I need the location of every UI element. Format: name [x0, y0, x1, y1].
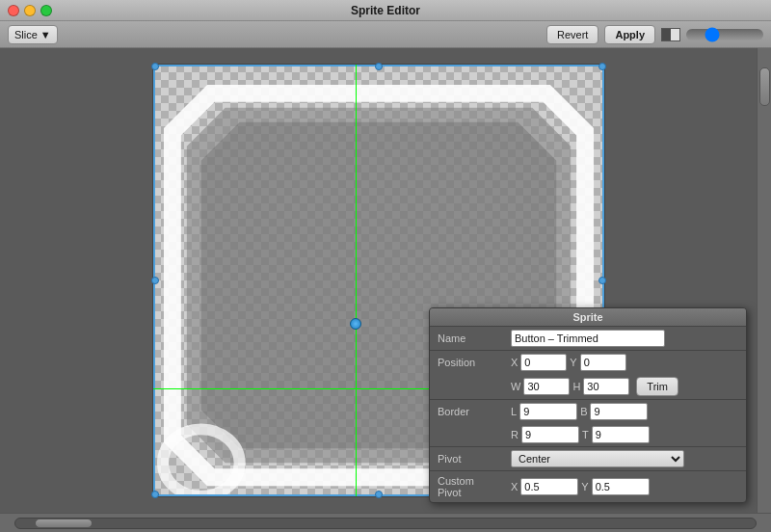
title-bar: Sprite Editor [0, 0, 771, 21]
y-label: Y [570, 357, 576, 368]
scrollbar-track-horizontal[interactable] [14, 518, 757, 529]
close-button[interactable] [8, 5, 19, 16]
window-title: Sprite Editor [351, 4, 420, 17]
x-input[interactable] [520, 354, 567, 371]
sprite-panel-header: Sprite [430, 308, 746, 327]
border-label: Border [430, 400, 507, 423]
zoom-slider[interactable] [686, 29, 763, 40]
scrollbar-vertical[interactable] [757, 48, 771, 513]
r-label: R [511, 429, 518, 440]
cy-input[interactable] [592, 478, 650, 495]
name-value-row [507, 327, 746, 350]
border-rt-row: R T [507, 423, 746, 446]
pivot-label: Pivot [430, 447, 507, 470]
l-label: L [511, 406, 517, 417]
maximize-button[interactable] [40, 5, 52, 16]
custom-pivot-label: Custom Pivot [430, 471, 507, 502]
border-lb-row: L B [507, 400, 746, 423]
b-label: B [580, 406, 587, 417]
traffic-lights [8, 5, 52, 16]
main-area: Sprite Name Position X Y W H [0, 48, 771, 513]
revert-button[interactable]: Revert [546, 25, 598, 44]
cx-label: X [511, 481, 518, 492]
h-label: H [572, 381, 580, 392]
cx-input[interactable] [520, 478, 578, 495]
w-input[interactable] [523, 378, 570, 395]
toolbar-right: Revert Apply [546, 25, 763, 44]
pivot-select[interactable]: Center [511, 450, 684, 467]
position-label: Position [430, 351, 507, 374]
wh-empty-label [430, 374, 507, 399]
minimize-button[interactable] [24, 5, 36, 16]
sprite-panel-grid: Name Position X Y W H Trim [430, 327, 746, 502]
x-label: X [511, 357, 518, 368]
color-toggle-button[interactable] [661, 28, 680, 41]
scrollbar-thumb-horizontal[interactable] [35, 519, 93, 528]
apply-button[interactable]: Apply [604, 25, 655, 44]
toolbar: Slice ▼ Revert Apply [0, 21, 771, 48]
custom-pivot-row: X Y [507, 471, 746, 502]
pivot-row: Center [507, 447, 746, 470]
sprite-panel: Sprite Name Position X Y W H [429, 307, 747, 503]
r-input[interactable] [521, 426, 579, 443]
slice-dropdown[interactable]: Slice ▼ [8, 25, 58, 44]
border-rt-empty [430, 423, 507, 446]
chevron-down-icon: ▼ [40, 29, 51, 40]
w-label: W [511, 381, 520, 392]
bottom-scrollbar[interactable] [0, 513, 771, 532]
h-input[interactable] [583, 378, 629, 395]
trim-button[interactable]: Trim [636, 377, 678, 396]
t-input[interactable] [592, 426, 650, 443]
t-label: T [582, 429, 589, 440]
b-input[interactable] [590, 403, 648, 420]
scrollbar-thumb-vertical[interactable] [759, 67, 770, 106]
y-input[interactable] [580, 354, 626, 371]
cy-label: Y [581, 481, 588, 492]
name-label: Name [430, 327, 507, 350]
name-input[interactable] [511, 330, 665, 347]
wh-row: W H Trim [507, 374, 746, 399]
position-xy-row: X Y [507, 351, 746, 374]
l-input[interactable] [519, 403, 577, 420]
